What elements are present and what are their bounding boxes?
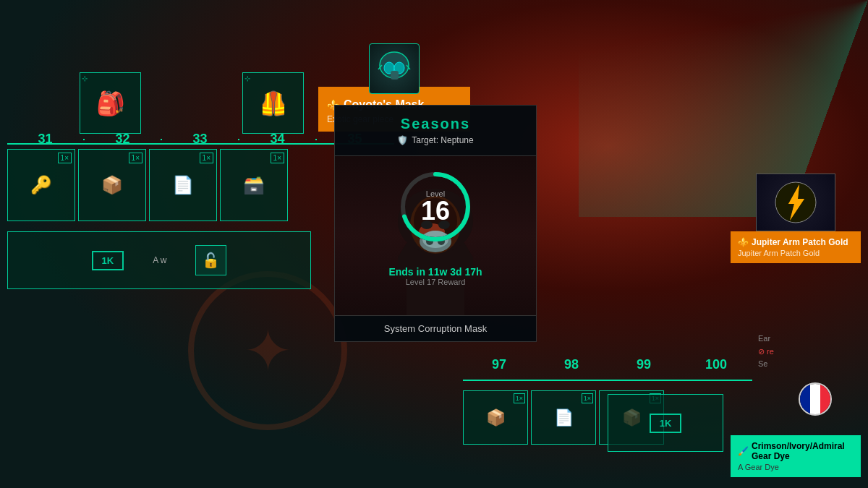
jupiter-icon-area: [731, 174, 861, 231]
flag-blue: [800, 384, 810, 414]
track-num-100: 100: [680, 357, 752, 372]
flag-white: [810, 384, 820, 414]
ear-line2: ⊘ re: [758, 346, 859, 359]
gear-item-2-box[interactable]: 🦺 ⊹: [242, 72, 304, 134]
level-circle: Level 16: [399, 171, 472, 243]
large-reward-box[interactable]: 1K A w 🔓: [7, 231, 311, 289]
reward-box-31[interactable]: 🔑 1×: [7, 149, 75, 221]
move-icon: ⊹: [82, 74, 88, 82]
level-number: 16: [421, 198, 450, 224]
crate-icon-1: 📦: [101, 175, 123, 195]
vest-icon: 🦺: [259, 90, 288, 117]
track-num-98: 98: [535, 357, 608, 372]
dye-subtitle: A Gear Dye: [738, 463, 854, 471]
gear-item-1-area: 🎒 ⊹: [80, 72, 141, 134]
gas-mask-svg: [375, 49, 414, 89]
box-badge-4: 1×: [271, 153, 284, 163]
bottom-track-line: [463, 380, 752, 381]
move-icon-2: ⊹: [244, 74, 250, 82]
box-badge-2: 1×: [129, 153, 142, 163]
lightning-svg: [774, 181, 817, 224]
jupiter-info-box: ⚜️ Jupiter Arm Patch Gold Jupiter Arm Pa…: [731, 231, 861, 263]
dye-icon: 🖌️: [738, 446, 749, 456]
flag-red: [820, 384, 830, 414]
doc-icon: 📄: [172, 175, 194, 195]
jupiter-subtitle: Jupiter Arm Patch Gold: [738, 249, 854, 257]
reward-box-33[interactable]: 📄 1×: [149, 149, 217, 221]
bottom-badge-1k: 1K: [650, 414, 682, 433]
ends-reward: Level 17 Reward: [335, 278, 536, 286]
bottom-box-97[interactable]: 📦 1×: [463, 390, 528, 445]
seasons-target: 🛡️ Target: Neptune: [345, 135, 526, 145]
backpack-icon: 🎒: [96, 90, 125, 117]
target-text: Target: Neptune: [412, 135, 473, 145]
bottom-box-icon-1: 📦: [486, 408, 506, 427]
track-num-99: 99: [608, 357, 680, 372]
gear-item-1-box[interactable]: 🎒 ⊹: [80, 72, 141, 134]
track-num-97: 97: [463, 357, 535, 372]
seasons-header: Seasons 🛡️ Target: Neptune: [335, 106, 536, 156]
reward-box-32[interactable]: 📦 1×: [78, 149, 146, 221]
dye-title: 🖌️ Crimson/Ivory/Admiral Gear Dye: [738, 441, 854, 461]
reward-description: A w: [153, 255, 166, 265]
reward-box-34[interactable]: 🗃️ 1×: [220, 149, 288, 221]
key-icon: 🔑: [30, 175, 52, 195]
bottom-badge-1: 1×: [514, 393, 525, 403]
box-badge-1: 1×: [58, 153, 72, 163]
bottom-large-box[interactable]: 1K: [608, 394, 723, 452]
level-overlay: Level 16: [399, 171, 472, 243]
coyote-icon-box: [369, 43, 420, 94]
gear-item-2-area: 🦺 ⊹: [242, 72, 304, 134]
level-text-container: Level 16: [399, 171, 472, 243]
jupiter-exotic-icon: ⚜️: [738, 237, 749, 247]
ear-line1: Ear: [758, 333, 859, 346]
seasons-body: Level 16 Ends in 11w 3d 17h Level 17 Rew…: [335, 156, 536, 315]
ends-info: Ends in 11w 3d 17h Level 17 Reward: [335, 266, 536, 286]
bottom-badge-2: 1×: [582, 393, 593, 403]
dye-name: Crimson/Ivory/Admiral Gear Dye: [752, 441, 854, 461]
lock-icon: 🔓: [202, 252, 220, 269]
jupiter-icon-box: [756, 174, 835, 231]
ends-timer: Ends in 11w 3d 17h: [335, 266, 536, 278]
box-badge-3: 1×: [200, 153, 213, 163]
france-flag: [799, 382, 832, 416]
dye-popup: 🖌️ Crimson/Ivory/Admiral Gear Dye A Gear…: [731, 435, 861, 477]
cancel-icon: ⊘: [758, 346, 765, 359]
seasons-title: Seasons: [345, 116, 526, 132]
bottom-box-icon-2: 📄: [554, 408, 574, 427]
seasons-footer: System Corruption Mask: [335, 315, 536, 341]
game-ui: 31 32 33 34 35 🔑 1× 📦 1× 📄 1× 🗃️ 1×: [0, 0, 868, 488]
jupiter-popup: ⚜️ Jupiter Arm Patch Gold Jupiter Arm Pa…: [731, 174, 861, 263]
bottom-box-98[interactable]: 📄 1×: [531, 390, 596, 445]
top-reward-boxes: 🔑 1× 📦 1× 📄 1× 🗃️ 1×: [7, 149, 288, 221]
seasons-modal: Seasons 🛡️ Target: Neptune: [334, 105, 537, 342]
ear-line3: Se: [758, 358, 859, 371]
jupiter-name: Jupiter Arm Patch Gold: [752, 237, 848, 247]
ear-text-area: Ear ⊘ re Se: [758, 333, 859, 371]
svg-rect-3: [391, 71, 399, 80]
shield-icon: 🛡️: [397, 135, 408, 145]
badge-1k: 1K: [92, 251, 124, 270]
crate-icon-2: 🗃️: [243, 175, 265, 195]
jupiter-title: ⚜️ Jupiter Arm Patch Gold: [738, 237, 854, 247]
bottom-track-numbers: 97 98 99 100: [463, 357, 752, 372]
unlock-icon-box[interactable]: 🔓: [195, 245, 226, 275]
